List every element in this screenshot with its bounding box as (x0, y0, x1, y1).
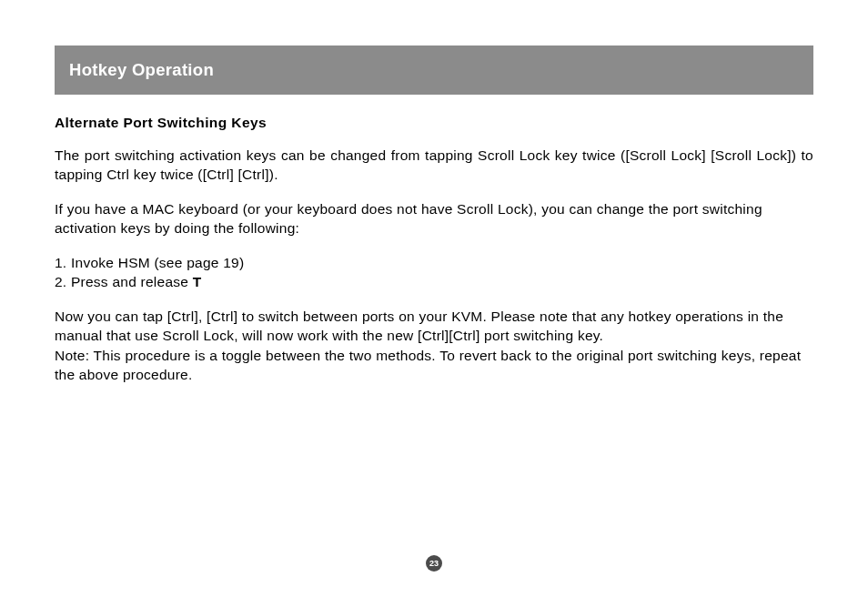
paragraph-4: Note: This procedure is a toggle between… (55, 346, 813, 385)
list-item: 2. Press and release T (55, 272, 813, 292)
page-number-badge: 23 (426, 555, 442, 572)
list-item-prefix: 2. Press and release (55, 274, 193, 289)
page-number-wrap: 23 (0, 553, 868, 572)
section-title: Hotkey Operation (69, 60, 214, 79)
document-page: Hotkey Operation Alternate Port Switchin… (0, 0, 868, 384)
subheading: Alternate Port Switching Keys (55, 115, 813, 131)
paragraph-3: Now you can tap [Ctrl], [Ctrl] to switch… (55, 307, 813, 346)
list-item: 1. Invoke HSM (see page 19) (55, 253, 813, 273)
paragraph-1: The port switching activation keys can b… (55, 146, 813, 185)
ordered-list: 1. Invoke HSM (see page 19) 2. Press and… (55, 253, 813, 292)
list-item-bold: T (193, 274, 202, 289)
section-header: Hotkey Operation (55, 46, 813, 95)
paragraph-2: If you have a MAC keyboard (or your keyb… (55, 199, 813, 238)
